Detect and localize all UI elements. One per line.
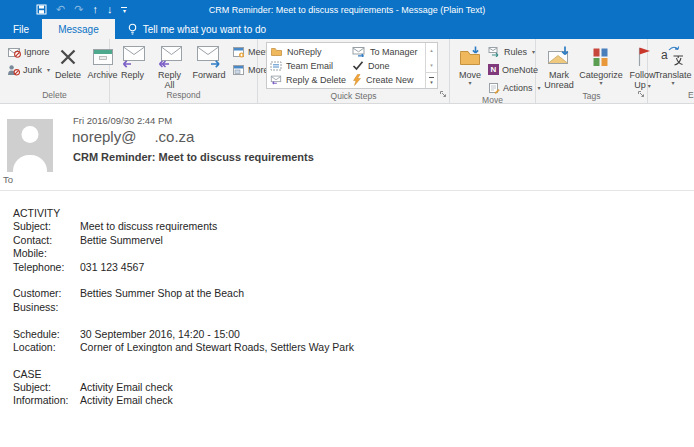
group-label-tags: Tags — [536, 91, 647, 103]
body-row: Schedule:30 September 2016, 14:20 - 15:0… — [13, 328, 694, 341]
ribbon-group-editing: a Translate ▾ E — [648, 39, 694, 103]
translate-button[interactable]: a Translate ▾ — [652, 41, 694, 90]
quick-step-noreply[interactable]: NoReply — [267, 45, 349, 58]
tab-file[interactable]: File — [0, 19, 42, 39]
ribbon: Ignore Junk ▾ Delete Archive D — [0, 39, 694, 104]
sender-address: noreply@.co.za — [72, 128, 194, 145]
body-row: Subject:Meet to discuss requirements — [13, 220, 694, 233]
redo-button[interactable]: ↷ — [74, 4, 83, 15]
quick-step-done[interactable]: Done — [349, 59, 425, 72]
reply-button[interactable]: Reply — [114, 41, 151, 90]
move-label: Move — [459, 70, 481, 80]
quick-step-label: Done — [368, 61, 390, 71]
dialog-launcher-icon — [439, 90, 447, 98]
reply-all-label-line1: Reply — [158, 70, 181, 80]
onenote-button[interactable]: N OneNote — [486, 62, 543, 77]
quick-step-team-email[interactable]: Team Email — [267, 59, 349, 72]
reply-delete-icon — [270, 74, 282, 85]
tags-dialog-launcher[interactable] — [637, 84, 645, 102]
group-label-editing: E — [648, 90, 694, 103]
mark-unread-icon — [545, 45, 573, 68]
dropdown-arrow-icon: ▾ — [671, 80, 674, 87]
reply-label: Reply — [121, 70, 144, 80]
rules-icon — [488, 46, 501, 57]
scroll-down-button[interactable]: ▾ — [426, 58, 437, 73]
rules-label: Rules — [504, 47, 527, 57]
rules-button[interactable]: Rules ▾ — [486, 44, 543, 59]
message-body: ACTIVITY Subject:Meet to discuss require… — [0, 192, 694, 408]
ignore-icon — [7, 46, 21, 58]
header-divider — [0, 190, 694, 191]
mark-unread-label-line1: Mark — [549, 70, 569, 80]
sender-avatar — [7, 119, 53, 172]
move-folder-icon — [456, 45, 484, 69]
ribbon-group-quick-steps: NoReply Team Email Reply & Delete — [258, 39, 450, 103]
team-email-icon — [270, 61, 282, 71]
quick-step-create-new[interactable]: Create New — [349, 73, 425, 86]
ribbon-group-delete: Ignore Junk ▾ Delete Archive D — [0, 39, 110, 103]
actions-label: Actions — [503, 83, 533, 93]
next-item-button[interactable]: ↓ — [107, 4, 113, 15]
reply-icon — [118, 44, 148, 69]
body-row: Subject:Activity Email check — [13, 381, 694, 394]
categorize-button[interactable]: Categorize ▾ — [578, 41, 624, 91]
body-row: Information:Activity Email check — [13, 394, 694, 407]
quick-step-reply-delete[interactable]: Reply & Delete — [267, 73, 349, 86]
mark-unread-button[interactable]: Mark Unread — [540, 41, 578, 91]
lightning-icon — [352, 74, 362, 86]
quick-step-label: NoReply — [287, 47, 322, 57]
title-bar: ↶ ↷ ↑ ↓ ▾ CRM Reminder: Meet to discuss … — [0, 0, 694, 19]
ribbon-group-move: Move ▾ Rules ▾ N OneNote Action — [450, 39, 536, 103]
quick-step-to-manager[interactable]: To Manager — [349, 45, 425, 58]
redo-icon: ↷ — [74, 4, 83, 15]
to-label: To — [3, 174, 13, 185]
group-label-move: Move — [450, 95, 535, 104]
group-label-quick-steps: Quick Steps — [258, 91, 449, 103]
quick-step-label: Reply & Delete — [286, 75, 346, 85]
previous-item-button[interactable]: ↑ — [92, 4, 98, 15]
quick-steps-gallery: NoReply Team Email Reply & Delete — [266, 42, 438, 89]
dialog-launcher-icon — [637, 90, 645, 98]
delete-button[interactable]: Delete — [52, 41, 84, 90]
forward-label: Forward — [192, 70, 225, 80]
group-label-delete: Delete — [0, 90, 109, 103]
customize-quick-access-button[interactable]: ▾ — [121, 7, 127, 13]
delete-label: Delete — [55, 70, 81, 80]
undo-button[interactable]: ↶ — [56, 4, 65, 15]
dropdown-arrow-icon: ▾ — [599, 80, 602, 87]
to-manager-icon — [352, 46, 366, 57]
translate-label: Translate — [654, 70, 691, 80]
svg-text:a: a — [661, 48, 668, 62]
more-bar-icon — [429, 77, 434, 78]
message-header: Fri 2016/09/30 2:44 PM noreply@.co.za CR… — [0, 104, 694, 192]
body-row: CASE — [13, 368, 694, 381]
sender-address-prefix: noreply@ — [72, 128, 136, 145]
gallery-more-button[interactable]: ▾ — [426, 72, 437, 88]
ribbon-tab-row: File Message Tell me what you want to do — [0, 19, 694, 39]
quick-steps-dialog-launcher[interactable] — [439, 84, 447, 102]
body-row — [13, 274, 694, 287]
quick-step-label: Team Email — [286, 61, 333, 71]
onenote-label: OneNote — [502, 65, 538, 75]
chevron-down-icon: ▾ — [123, 9, 126, 13]
body-row: ACTIVITY — [13, 207, 694, 220]
categorize-label: Categorize — [579, 70, 623, 80]
save-icon — [36, 4, 47, 15]
junk-button[interactable]: Junk ▾ — [5, 62, 52, 77]
ignore-button[interactable]: Ignore — [5, 44, 52, 59]
junk-person-icon — [7, 64, 20, 76]
ignore-label: Ignore — [24, 47, 50, 57]
body-row: Business: — [13, 301, 694, 314]
quick-steps-scrollbar: ▴ ▾ ▾ — [425, 43, 437, 88]
reply-all-button[interactable]: Reply All — [151, 41, 188, 90]
folder-icon — [270, 46, 283, 57]
tell-me-box[interactable]: Tell me what you want to do — [115, 19, 278, 39]
quick-access-toolbar: ↶ ↷ ↑ ↓ ▾ — [0, 4, 127, 15]
forward-button[interactable]: Forward — [188, 41, 230, 90]
save-button[interactable] — [36, 4, 47, 15]
tab-message[interactable]: Message — [42, 19, 115, 39]
window-title: CRM Reminder: Meet to discuss requiremen… — [209, 5, 485, 15]
move-button[interactable]: Move ▾ — [454, 41, 486, 95]
actions-button[interactable]: Actions ▾ — [486, 80, 543, 95]
scroll-up-button[interactable]: ▴ — [426, 43, 437, 58]
